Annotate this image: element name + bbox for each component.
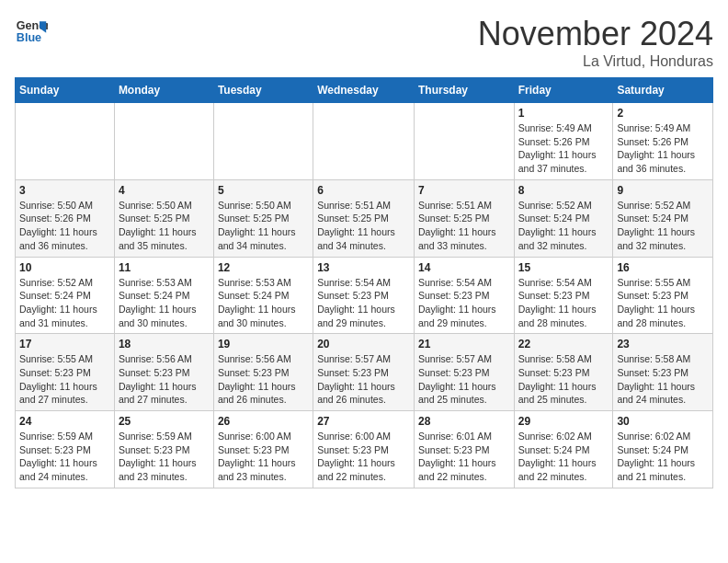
day-number: 17	[19, 338, 110, 350]
weekday-header-saturday: Saturday	[613, 78, 713, 103]
weekday-header-wednesday: Wednesday	[313, 78, 415, 103]
day-number: 29	[518, 415, 609, 428]
day-info: Sunrise: 5:58 AMSunset: 5:23 PMDaylight:…	[617, 352, 709, 407]
page-header: General Blue November 2024 La Virtud, Ho…	[15, 15, 713, 70]
weekday-header-tuesday: Tuesday	[213, 78, 313, 103]
day-info: Sunrise: 5:52 AMSunset: 5:24 PMDaylight:…	[19, 276, 110, 330]
calendar-week-1: 1Sunrise: 5:49 AMSunset: 5:26 PMDaylight…	[16, 103, 713, 180]
calendar-cell: 30Sunrise: 6:02 AMSunset: 5:24 PMDayligh…	[613, 411, 713, 488]
calendar-cell: 14Sunrise: 5:54 AMSunset: 5:23 PMDayligh…	[414, 257, 514, 334]
day-number: 28	[418, 415, 510, 428]
weekday-header-thursday: Thursday	[414, 78, 514, 103]
calendar-header: SundayMondayTuesdayWednesdayThursdayFrid…	[16, 78, 713, 103]
calendar-cell: 26Sunrise: 6:00 AMSunset: 5:23 PMDayligh…	[213, 411, 313, 488]
day-info: Sunrise: 5:51 AMSunset: 5:25 PMDaylight:…	[418, 199, 510, 253]
calendar-cell: 17Sunrise: 5:55 AMSunset: 5:23 PMDayligh…	[16, 334, 115, 411]
day-info: Sunrise: 5:51 AMSunset: 5:25 PMDaylight:…	[317, 199, 410, 253]
month-title: November 2024	[478, 15, 713, 53]
day-number: 27	[317, 415, 410, 428]
day-info: Sunrise: 6:00 AMSunset: 5:23 PMDaylight:…	[317, 430, 410, 484]
day-info: Sunrise: 5:57 AMSunset: 5:23 PMDaylight:…	[418, 352, 510, 407]
weekday-header-monday: Monday	[114, 78, 213, 103]
weekday-header-sunday: Sunday	[16, 78, 115, 103]
weekday-header-friday: Friday	[514, 78, 613, 103]
day-info: Sunrise: 6:02 AMSunset: 5:24 PMDaylight:…	[617, 430, 709, 484]
day-number: 13	[317, 261, 410, 274]
day-info: Sunrise: 5:56 AMSunset: 5:23 PMDaylight:…	[218, 352, 309, 407]
calendar-cell: 24Sunrise: 5:59 AMSunset: 5:23 PMDayligh…	[16, 411, 115, 488]
calendar-cell	[114, 103, 213, 180]
day-info: Sunrise: 5:59 AMSunset: 5:23 PMDaylight:…	[19, 430, 110, 484]
day-number: 12	[218, 261, 309, 274]
logo-icon: General Blue	[15, 15, 48, 48]
day-info: Sunrise: 5:52 AMSunset: 5:24 PMDaylight:…	[518, 199, 609, 253]
calendar-cell	[414, 103, 514, 180]
day-info: Sunrise: 5:50 AMSunset: 5:25 PMDaylight:…	[218, 199, 309, 253]
day-number: 16	[617, 261, 709, 274]
calendar-cell: 29Sunrise: 6:02 AMSunset: 5:24 PMDayligh…	[514, 411, 613, 488]
day-number: 30	[617, 415, 709, 428]
svg-text:Blue: Blue	[17, 31, 41, 44]
calendar-cell: 15Sunrise: 5:54 AMSunset: 5:23 PMDayligh…	[514, 257, 613, 334]
weekday-header-row: SundayMondayTuesdayWednesdayThursdayFrid…	[16, 78, 713, 103]
calendar-cell	[213, 103, 313, 180]
day-info: Sunrise: 5:55 AMSunset: 5:23 PMDaylight:…	[19, 352, 110, 407]
day-number: 4	[119, 184, 210, 197]
day-number: 2	[617, 107, 709, 120]
day-info: Sunrise: 5:58 AMSunset: 5:23 PMDaylight:…	[518, 352, 609, 407]
title-block: November 2024 La Virtud, Honduras	[478, 15, 713, 70]
day-number: 3	[19, 184, 110, 197]
day-number: 6	[317, 184, 410, 197]
day-number: 11	[119, 261, 210, 274]
calendar-cell: 19Sunrise: 5:56 AMSunset: 5:23 PMDayligh…	[213, 334, 313, 411]
calendar-week-2: 3Sunrise: 5:50 AMSunset: 5:26 PMDaylight…	[16, 179, 713, 257]
day-number: 10	[19, 261, 110, 274]
calendar-cell: 9Sunrise: 5:52 AMSunset: 5:24 PMDaylight…	[613, 179, 713, 257]
calendar-cell: 11Sunrise: 5:53 AMSunset: 5:24 PMDayligh…	[114, 257, 213, 334]
day-number: 21	[418, 338, 510, 350]
day-info: Sunrise: 6:00 AMSunset: 5:23 PMDaylight:…	[218, 430, 309, 484]
calendar-cell: 27Sunrise: 6:00 AMSunset: 5:23 PMDayligh…	[313, 411, 415, 488]
calendar-body: 1Sunrise: 5:49 AMSunset: 5:26 PMDaylight…	[16, 103, 713, 488]
day-number: 1	[518, 107, 609, 120]
day-number: 14	[418, 261, 510, 274]
day-info: Sunrise: 5:50 AMSunset: 5:26 PMDaylight:…	[19, 199, 110, 253]
day-info: Sunrise: 5:49 AMSunset: 5:26 PMDaylight:…	[518, 121, 609, 176]
calendar-cell: 10Sunrise: 5:52 AMSunset: 5:24 PMDayligh…	[16, 257, 115, 334]
day-info: Sunrise: 5:52 AMSunset: 5:24 PMDaylight:…	[617, 199, 709, 253]
calendar-cell: 3Sunrise: 5:50 AMSunset: 5:26 PMDaylight…	[16, 179, 115, 257]
day-number: 15	[518, 261, 609, 274]
calendar-week-4: 17Sunrise: 5:55 AMSunset: 5:23 PMDayligh…	[16, 334, 713, 411]
day-info: Sunrise: 5:55 AMSunset: 5:23 PMDaylight:…	[617, 276, 709, 330]
calendar-cell: 18Sunrise: 5:56 AMSunset: 5:23 PMDayligh…	[114, 334, 213, 411]
day-number: 26	[218, 415, 309, 428]
day-info: Sunrise: 6:01 AMSunset: 5:23 PMDaylight:…	[418, 430, 510, 484]
day-number: 18	[119, 338, 210, 350]
calendar-cell: 23Sunrise: 5:58 AMSunset: 5:23 PMDayligh…	[613, 334, 713, 411]
day-number: 5	[218, 184, 309, 197]
day-number: 25	[119, 415, 210, 428]
calendar-cell: 12Sunrise: 5:53 AMSunset: 5:24 PMDayligh…	[213, 257, 313, 334]
calendar-cell: 8Sunrise: 5:52 AMSunset: 5:24 PMDaylight…	[514, 179, 613, 257]
calendar-cell: 25Sunrise: 5:59 AMSunset: 5:23 PMDayligh…	[114, 411, 213, 488]
day-info: Sunrise: 5:50 AMSunset: 5:25 PMDaylight:…	[119, 199, 210, 253]
day-info: Sunrise: 5:53 AMSunset: 5:24 PMDaylight:…	[119, 276, 210, 330]
calendar-cell: 28Sunrise: 6:01 AMSunset: 5:23 PMDayligh…	[414, 411, 514, 488]
day-number: 7	[418, 184, 510, 197]
calendar-cell: 5Sunrise: 5:50 AMSunset: 5:25 PMDaylight…	[213, 179, 313, 257]
calendar-week-5: 24Sunrise: 5:59 AMSunset: 5:23 PMDayligh…	[16, 411, 713, 488]
day-number: 9	[617, 184, 709, 197]
calendar-cell: 16Sunrise: 5:55 AMSunset: 5:23 PMDayligh…	[613, 257, 713, 334]
day-number: 8	[518, 184, 609, 197]
day-number: 23	[617, 338, 709, 350]
calendar-week-3: 10Sunrise: 5:52 AMSunset: 5:24 PMDayligh…	[16, 257, 713, 334]
calendar-cell: 2Sunrise: 5:49 AMSunset: 5:26 PMDaylight…	[613, 103, 713, 180]
day-info: Sunrise: 5:54 AMSunset: 5:23 PMDaylight:…	[418, 276, 510, 330]
calendar-cell	[313, 103, 415, 180]
day-info: Sunrise: 6:02 AMSunset: 5:24 PMDaylight:…	[518, 430, 609, 484]
calendar-cell: 21Sunrise: 5:57 AMSunset: 5:23 PMDayligh…	[414, 334, 514, 411]
day-info: Sunrise: 5:54 AMSunset: 5:23 PMDaylight:…	[317, 276, 410, 330]
day-number: 19	[218, 338, 309, 350]
day-number: 20	[317, 338, 410, 350]
day-number: 22	[518, 338, 609, 350]
